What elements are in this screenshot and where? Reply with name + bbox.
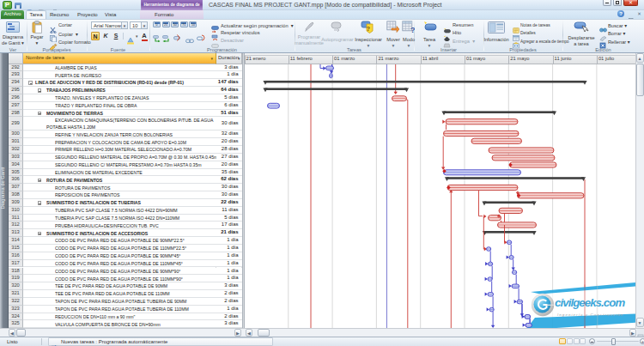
svg-text:Ingeniería y Construcción: Ingeniería y Construcción: [557, 312, 623, 316]
svg-text:civilgeeks.com: civilgeeks.com: [555, 296, 625, 309]
svg-text:?: ?: [410, 25, 415, 33]
svg-text:?: ?: [367, 25, 370, 31]
